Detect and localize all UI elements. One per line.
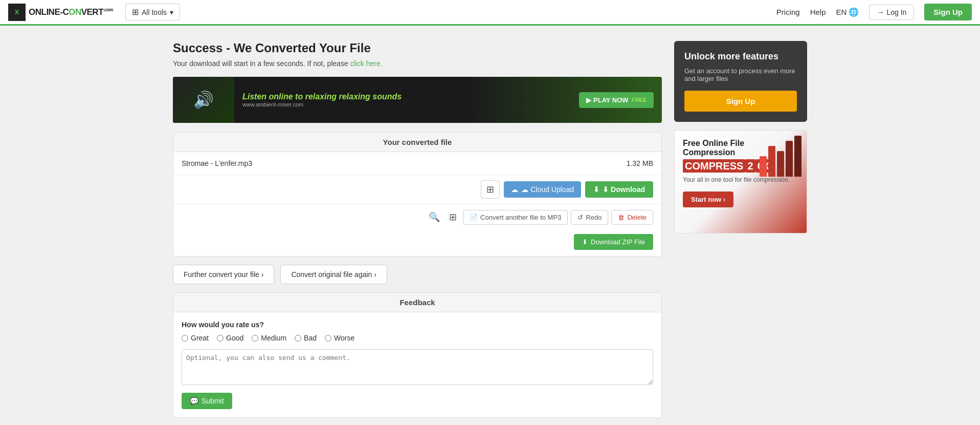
header: X ONLINE-CONVERT.com ⊞ All tools ▾ Prici… <box>0 0 980 26</box>
file-size: 1.32 MB <box>627 159 653 167</box>
ad-right-inner: Free Online File Compression COMPRESS2GO… <box>675 131 807 233</box>
right-column: Unlock more features Get an account to p… <box>674 41 807 233</box>
rating-options: Great Good Medium Bad <box>182 334 653 342</box>
cloud-upload-button[interactable]: ☁ ☁ Cloud Upload <box>504 181 581 198</box>
speaker-emoji: 🔊 <box>193 90 214 110</box>
all-tools-button[interactable]: ⊞ All tools ▾ <box>125 4 180 20</box>
convert-another-button[interactable]: 📄 Convert another file to MP3 <box>463 210 568 225</box>
bar <box>786 141 793 177</box>
qr-icon: ⊞ <box>486 184 494 195</box>
rating-bad[interactable]: Bad <box>295 334 317 342</box>
rating-worse-radio[interactable] <box>325 335 331 342</box>
download-zip-button[interactable]: ⬇ Download ZIP File <box>574 234 653 250</box>
ad-right-desc: Your all in one tool for file compressio… <box>683 176 798 183</box>
zip-row: ⬇ Download ZIP File <box>173 230 661 256</box>
ad-listen-text: Listen online to relaxing relaxing sound… <box>242 92 571 101</box>
search-icon: 🔍 <box>429 212 440 222</box>
comment-textarea[interactable] <box>182 349 653 385</box>
trash-icon: 🗑 <box>618 214 625 221</box>
feedback-body: How would you rate us? Great Good Medium <box>173 312 661 417</box>
help-link[interactable]: Help <box>810 8 826 16</box>
login-icon: → <box>877 8 884 16</box>
qr-button[interactable]: ⊞ <box>481 180 500 199</box>
convert-original-button[interactable]: Convert original file again › <box>280 265 387 284</box>
delete-button[interactable]: 🗑 Delete <box>611 210 653 225</box>
action-row: ⊞ ☁ ☁ Cloud Upload ⬇ ⬇ Download <box>173 175 661 204</box>
globe-icon: 🌐 <box>849 7 859 17</box>
grid-view-button[interactable]: ⊞ <box>446 209 460 225</box>
bars-visual <box>760 136 801 177</box>
ad-url: www.ambient-mixer.com <box>242 101 571 108</box>
converted-file-header: Your converted file <box>173 133 661 152</box>
main-content: Success - We Converted Your File Your do… <box>163 26 817 425</box>
signup-button[interactable]: Sign Up <box>924 4 972 20</box>
grid-view-icon: ⊞ <box>449 212 457 222</box>
ad-play-button[interactable]: ▶ PLAY NOW FREE <box>579 92 654 108</box>
ad-banner: 🔊 Listen online to relaxing relaxing sou… <box>173 77 662 123</box>
feedback-box: Feedback How would you rate us? Great Go… <box>173 292 662 418</box>
converted-file-box: Your converted file Stromae - L'enfer.mp… <box>173 132 662 257</box>
bar <box>768 146 775 177</box>
ad-speaker-icon: 🔊 <box>173 77 234 123</box>
ad-start-button[interactable]: Start now › <box>683 192 733 207</box>
pricing-link[interactable]: Pricing <box>776 8 800 16</box>
rating-great-radio[interactable] <box>182 335 188 342</box>
page-subtitle: Your download will start in a few second… <box>173 59 662 68</box>
download-button[interactable]: ⬇ ⬇ Download <box>585 181 653 198</box>
rating-good-radio[interactable] <box>217 335 224 342</box>
rating-question: How would you rate us? <box>182 321 653 329</box>
logo-text: ONLINE-CONVERT.com <box>29 7 113 17</box>
header-right: Pricing Help EN 🌐 → Log In Sign Up <box>776 4 972 20</box>
ad-right: Free Online File Compression COMPRESS2GO… <box>674 130 807 233</box>
login-label: Log In <box>886 8 906 16</box>
click-here-link[interactable]: click here. <box>350 59 383 68</box>
cloud-icon: ☁ <box>511 185 518 194</box>
further-convert-button[interactable]: Further convert your file › <box>173 265 274 284</box>
bar <box>794 136 801 177</box>
ad-free-label: FREE <box>632 97 647 103</box>
left-column: Success - We Converted Your File Your do… <box>173 41 662 418</box>
search-button[interactable]: 🔍 <box>426 209 443 225</box>
file-name: Stromae - L'enfer.mp3 <box>182 159 252 167</box>
submit-icon: 💬 <box>190 397 198 405</box>
rating-good[interactable]: Good <box>217 334 243 342</box>
file-info-row: Stromae - L'enfer.mp3 1.32 MB <box>173 152 661 175</box>
lang-label: EN <box>836 8 847 16</box>
zip-download-icon: ⬇ <box>582 238 588 246</box>
rating-great[interactable]: Great <box>182 334 209 342</box>
submit-button[interactable]: 💬 Submit <box>182 393 232 409</box>
further-convert-row: Further convert your file › Convert orig… <box>173 265 662 284</box>
logo-icon: X <box>8 4 26 21</box>
language-button[interactable]: EN 🌐 <box>836 7 859 17</box>
all-tools-label: All tools <box>142 8 167 16</box>
bar <box>777 151 784 177</box>
rating-medium-radio[interactable] <box>252 335 258 342</box>
feedback-header: Feedback <box>173 293 661 312</box>
rating-medium[interactable]: Medium <box>252 334 286 342</box>
grid-icon: ⊞ <box>132 7 139 17</box>
download-icon: ⬇ <box>593 185 599 194</box>
unlock-signup-button[interactable]: Sign Up <box>684 91 797 112</box>
rating-worse[interactable]: Worse <box>325 334 354 342</box>
file-icon: 📄 <box>470 214 478 221</box>
chevron-down-icon: ▾ <box>170 8 173 16</box>
unlock-desc: Get an account to process even more and … <box>684 67 797 82</box>
ad-text: Listen online to relaxing relaxing sound… <box>234 92 579 108</box>
logo: X ONLINE-CONVERT.com <box>8 4 113 21</box>
toolbar-row: 🔍 ⊞ 📄 Convert another file to MP3 ↺ Redo… <box>173 204 661 230</box>
bar <box>760 156 767 177</box>
rating-bad-radio[interactable] <box>295 335 301 342</box>
redo-button[interactable]: ↺ Redo <box>571 210 608 225</box>
redo-icon: ↺ <box>577 214 583 221</box>
unlock-title: Unlock more features <box>684 51 797 62</box>
login-button[interactable]: → Log In <box>869 5 914 20</box>
page-title: Success - We Converted Your File <box>173 41 662 55</box>
unlock-box: Unlock more features Get an account to p… <box>674 41 807 122</box>
